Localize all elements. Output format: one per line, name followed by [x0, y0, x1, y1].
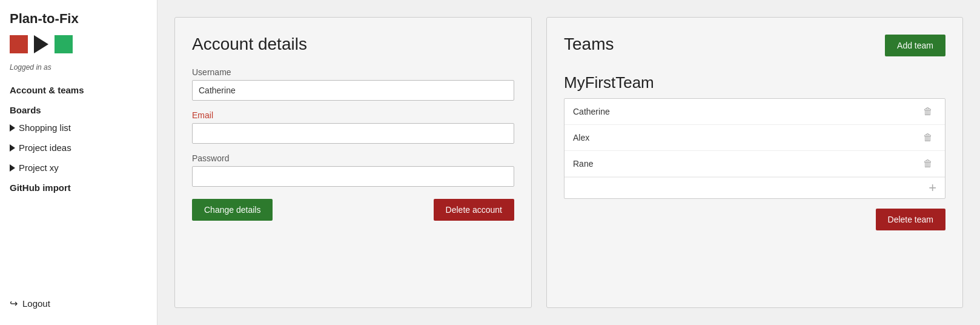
change-details-button[interactable]: Change details — [192, 199, 273, 221]
sidebar-item-github-import-label: GitHub import — [10, 183, 71, 193]
table-row: Alex 🗑 — [564, 125, 945, 151]
delete-team-button[interactable]: Delete team — [876, 209, 945, 230]
sidebar-item-account-teams[interactable]: Account & teams — [10, 80, 147, 100]
delete-member-catherine-icon[interactable]: 🗑 — [919, 105, 936, 118]
email-label: Email — [192, 110, 514, 120]
sidebar-boards-label: Boards — [10, 100, 147, 118]
account-details-card: Account details Username Email Password … — [174, 17, 532, 308]
account-details-title: Account details — [192, 35, 514, 54]
play-icon — [34, 35, 48, 53]
delete-member-alex-icon[interactable]: 🗑 — [919, 131, 936, 144]
password-label: Password — [192, 153, 514, 163]
logged-in-label: Logged in as — [10, 63, 147, 72]
member-name-catherine: Catherine — [573, 107, 610, 116]
add-member-row: + — [564, 177, 945, 198]
teams-title: Teams — [564, 35, 614, 54]
logout-icon: ↪ — [10, 298, 18, 309]
email-input[interactable] — [192, 123, 514, 144]
team-name: MyFirstTeam — [564, 73, 945, 92]
green-square-icon — [55, 35, 73, 53]
teams-card-header: Teams Add team — [564, 35, 945, 67]
member-name-alex: Alex — [573, 133, 589, 142]
username-form-group: Username — [192, 67, 514, 101]
add-member-button[interactable]: + — [929, 181, 936, 195]
app-title: Plan-to-Fix — [10, 11, 147, 27]
team-members-box: Catherine 🗑 Alex 🗑 Rane 🗑 + — [564, 98, 945, 199]
sidebar: Plan-to-Fix Logged in as Account & teams… — [0, 0, 157, 325]
sidebar-icons — [10, 35, 147, 53]
password-form-group: Password — [192, 153, 514, 187]
add-team-button[interactable]: Add team — [885, 35, 945, 56]
teams-card-footer: Delete team — [564, 209, 945, 230]
chevron-project-ideas-icon — [10, 144, 15, 152]
table-row: Catherine 🗑 — [564, 99, 945, 125]
main-content: Account details Username Email Password … — [157, 0, 980, 325]
sidebar-item-project-ideas[interactable]: Project ideas — [10, 138, 147, 158]
sidebar-item-project-xy[interactable]: Project xy — [10, 158, 147, 178]
account-form-actions: Change details Delete account — [192, 199, 514, 221]
chevron-shopping-list-icon — [10, 124, 15, 132]
sidebar-item-shopping-list-label: Shopping list — [19, 122, 71, 133]
member-name-rane: Rane — [573, 159, 593, 169]
table-row: Rane 🗑 — [564, 151, 945, 177]
sidebar-item-account-teams-label: Account & teams — [10, 85, 84, 95]
red-square-icon — [10, 35, 28, 53]
teams-card: Teams Add team MyFirstTeam Catherine 🗑 A… — [546, 17, 963, 308]
logout-button[interactable]: ↪ Logout — [10, 293, 147, 314]
email-form-group: Email — [192, 110, 514, 144]
delete-account-button[interactable]: Delete account — [434, 199, 514, 221]
sidebar-item-shopping-list[interactable]: Shopping list — [10, 118, 147, 138]
delete-member-rane-icon[interactable]: 🗑 — [919, 157, 936, 170]
chevron-project-xy-icon — [10, 164, 15, 172]
username-label: Username — [192, 67, 514, 77]
sidebar-item-project-ideas-label: Project ideas — [19, 142, 71, 153]
username-input[interactable] — [192, 80, 514, 101]
sidebar-item-project-xy-label: Project xy — [19, 162, 59, 173]
sidebar-item-github-import[interactable]: GitHub import — [10, 178, 147, 198]
password-input[interactable] — [192, 166, 514, 187]
logout-label: Logout — [22, 298, 50, 309]
